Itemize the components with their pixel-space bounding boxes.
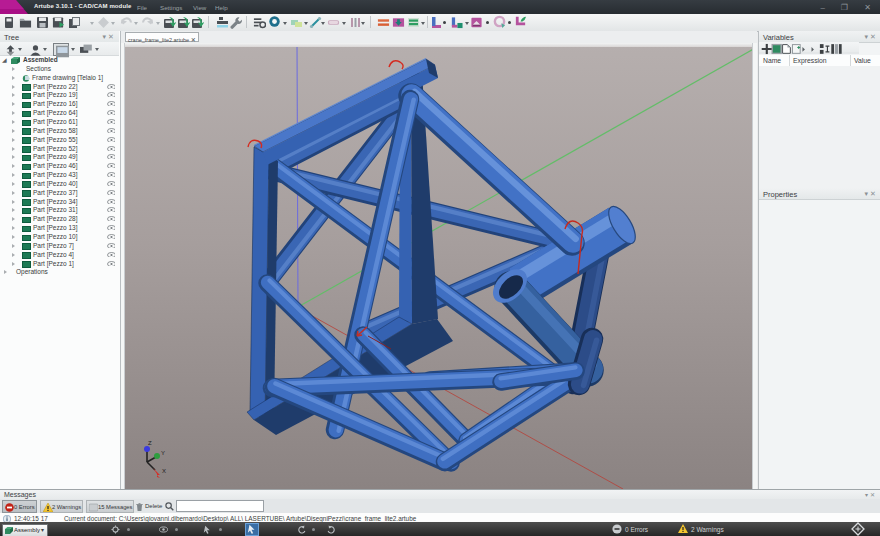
svg-text:Y: Y bbox=[161, 450, 165, 456]
svg-text:Z: Z bbox=[148, 440, 152, 446]
svg-text:X: X bbox=[162, 468, 166, 474]
